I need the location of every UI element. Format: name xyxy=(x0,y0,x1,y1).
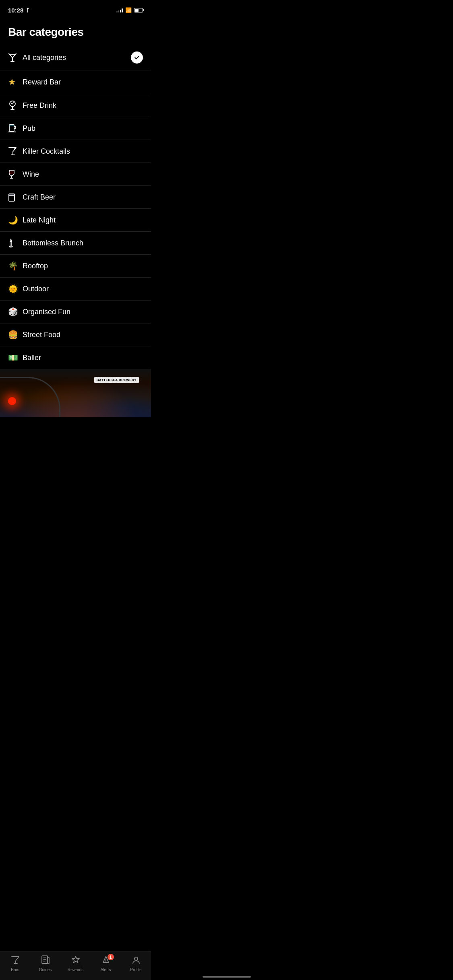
killer-cocktails-icon xyxy=(8,146,23,156)
craft-beer-icon xyxy=(8,192,23,202)
bottomless-brunch-icon xyxy=(8,238,23,248)
svg-point-5 xyxy=(14,148,15,150)
category-bottomless-brunch-label: Bottomless Brunch xyxy=(23,239,143,247)
page-title: Bar categories xyxy=(0,18,151,45)
category-item-free-drink[interactable]: Free Drink xyxy=(0,94,151,117)
rooftop-icon: 🌴 xyxy=(8,261,23,271)
category-item-late-night[interactable]: 🌙 Late Night xyxy=(0,209,151,232)
category-pub-label: Pub xyxy=(23,124,143,133)
category-item-craft-beer[interactable]: Craft Beer xyxy=(0,186,151,209)
category-item-baller[interactable]: 💵 Baller xyxy=(0,346,151,369)
category-killer-cocktails-label: Killer Cocktails xyxy=(23,147,143,156)
category-item-all[interactable]: All categories xyxy=(0,45,151,70)
svg-point-13 xyxy=(9,246,12,247)
selected-badge xyxy=(131,51,143,64)
category-list: All categories ★ Reward Bar Free Drink xyxy=(0,45,151,369)
cocktail-icon xyxy=(8,53,23,62)
category-street-food-label: Street Food xyxy=(23,331,143,339)
brewery-sign: BATTERSEA BREWERY xyxy=(94,377,139,383)
svg-rect-11 xyxy=(9,194,14,196)
category-baller-label: Baller xyxy=(23,354,143,362)
category-rooftop-label: Rooftop xyxy=(23,262,143,270)
category-free-drink-label: Free Drink xyxy=(23,101,143,110)
category-item-reward[interactable]: ★ Reward Bar xyxy=(0,70,151,94)
category-outdoor-label: Outdoor xyxy=(23,285,143,293)
svg-rect-4 xyxy=(9,125,14,126)
category-item-pub[interactable]: Pub xyxy=(0,117,151,140)
category-all-label: All categories xyxy=(23,54,131,62)
category-organised-fun-label: Organised Fun xyxy=(23,308,143,316)
svg-point-8 xyxy=(9,171,14,174)
category-item-rooftop[interactable]: 🌴 Rooftop xyxy=(0,255,151,278)
late-night-icon: 🌙 xyxy=(8,215,23,225)
signal-icon xyxy=(116,8,123,12)
free-drink-icon xyxy=(8,101,23,110)
category-item-outdoor[interactable]: 🌞 Outdoor xyxy=(0,278,151,301)
status-time: 10:28 xyxy=(8,7,30,14)
category-craft-beer-label: Craft Beer xyxy=(23,193,143,202)
outdoor-icon: 🌞 xyxy=(8,284,23,294)
category-reward-label: Reward Bar xyxy=(23,78,143,86)
pub-icon xyxy=(8,124,23,133)
star-icon: ★ xyxy=(8,77,23,87)
category-item-organised-fun[interactable]: 🎲 Organised Fun xyxy=(0,301,151,323)
status-bar: 10:28 📶 xyxy=(0,0,151,18)
category-item-bottomless-brunch[interactable]: Bottomless Brunch xyxy=(0,232,151,255)
status-icons: 📶 xyxy=(116,7,143,13)
wine-icon xyxy=(8,169,23,179)
category-item-street-food[interactable]: 🍔 Street Food xyxy=(0,323,151,346)
wifi-icon: 📶 xyxy=(125,7,132,13)
venue-image: BATTERSEA BREWERY xyxy=(0,369,151,417)
svg-rect-12 xyxy=(10,241,12,246)
battery-icon xyxy=(134,8,143,12)
street-food-icon: 🍔 xyxy=(8,330,23,340)
category-late-night-label: Late Night xyxy=(23,216,143,224)
organised-fun-icon: 🎲 xyxy=(8,307,23,317)
category-item-wine[interactable]: Wine xyxy=(0,163,151,186)
category-item-killer-cocktails[interactable]: Killer Cocktails xyxy=(0,140,151,163)
baller-icon: 💵 xyxy=(8,353,23,362)
category-wine-label: Wine xyxy=(23,170,143,179)
